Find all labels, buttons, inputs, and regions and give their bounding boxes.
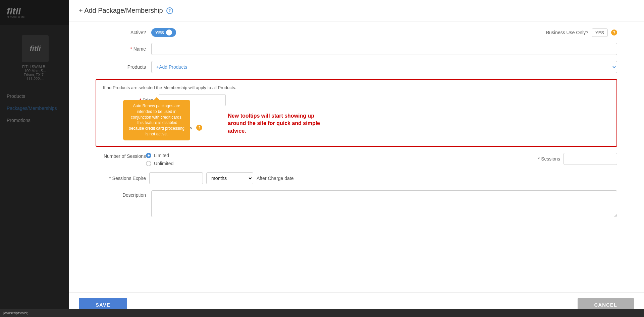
limited-option[interactable]: Limited [146, 153, 538, 158]
name-row: Name [96, 43, 617, 55]
autorenew-question-icon[interactable]: ? [196, 125, 202, 131]
description-label: Description [96, 190, 146, 198]
red-bordered-section: If no Products are selected the Membersh… [96, 79, 617, 147]
expire-unit-select[interactable]: months [206, 172, 253, 184]
active-biz-row: Active? YES Business Use Only? YES ? [96, 28, 617, 37]
name-input[interactable] [151, 43, 617, 55]
limited-radio[interactable] [146, 153, 151, 158]
tooltip-text: Auto Renew packages are intended to be u… [129, 104, 184, 136]
callout-text: New tooltips will start showing up aroun… [228, 112, 328, 135]
sessions-expire-label: * Sessions Expire [96, 176, 146, 181]
unlimited-option[interactable]: Unlimited [146, 161, 538, 166]
active-section: Active? YES [96, 28, 176, 37]
name-label: Name [96, 46, 146, 52]
biz-use-label: Business Use Only? [538, 30, 588, 35]
products-select[interactable]: +Add Products [151, 61, 617, 73]
description-row: Description [96, 190, 617, 217]
active-toggle[interactable]: YES [151, 28, 176, 37]
tooltip-box: Auto Renew packages are intended to be u… [123, 100, 190, 140]
help-icon[interactable]: ? [166, 7, 173, 14]
products-label: Products [96, 64, 146, 70]
active-toggle-text: YES [155, 30, 164, 35]
modal-body: Active? YES Business Use Only? YES ? Nam… [69, 21, 644, 292]
description-textarea[interactable] [151, 190, 617, 217]
sessions-input-label: * Sessions [538, 156, 560, 162]
toggle-circle [166, 29, 172, 36]
unlimited-label: Unlimited [154, 161, 173, 166]
sessions-options: Limited Unlimited [146, 153, 538, 166]
products-row: Products +Add Products [96, 61, 617, 73]
after-charge-label: After Charge date [257, 176, 294, 181]
modal-header: + Add Package/Membership ? [69, 0, 644, 21]
sessions-right: * Sessions [538, 153, 617, 165]
modal: + Add Package/Membership ? Active? YES B… [69, 0, 644, 317]
sessions-row: Number of Sessions Limited Unlimited * S… [96, 153, 617, 166]
number-of-sessions-label: Number of Sessions [96, 153, 146, 159]
biz-question-icon[interactable]: ? [611, 29, 617, 36]
unlimited-radio[interactable] [146, 161, 151, 166]
status-bar: javascript:void; [0, 309, 644, 317]
modal-title: + Add Package/Membership [79, 7, 163, 14]
biz-use-toggle[interactable]: YES [592, 28, 608, 37]
sessions-input[interactable] [564, 153, 617, 165]
biz-section: Business Use Only? YES ? [538, 28, 617, 37]
status-text: javascript:void; [3, 311, 28, 315]
limited-label: Limited [154, 153, 169, 158]
biz-use-value: YES [595, 30, 604, 35]
info-note: If no Products are selected the Membersh… [103, 85, 610, 90]
active-label: Active? [96, 30, 146, 35]
sessions-expire-input[interactable] [149, 172, 203, 184]
sessions-expire-row: * Sessions Expire months After Charge da… [96, 172, 617, 184]
